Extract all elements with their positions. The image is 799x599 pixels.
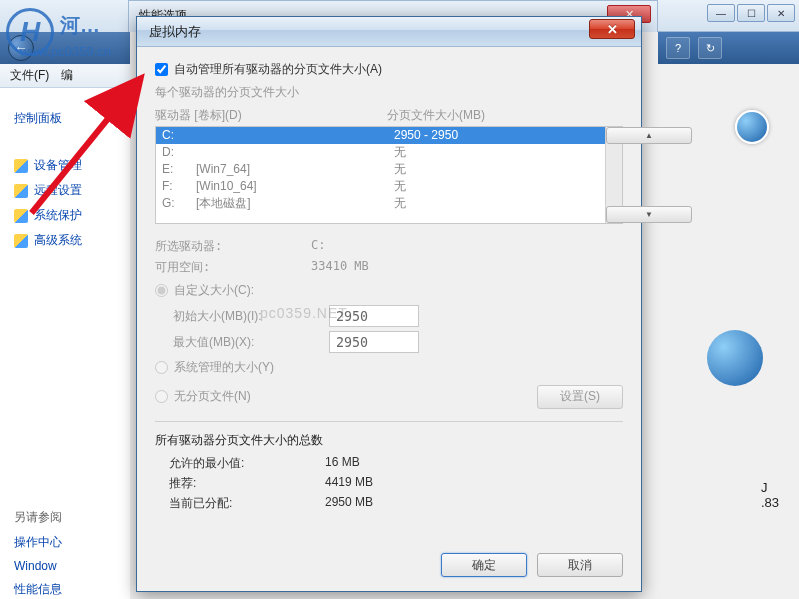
background-toolbar: ? ↻: [658, 32, 799, 64]
control-panel-window: ← 文件(F) 编 控制面板 设备管理 远程设置 系统保护 高级系统 另请参阅 …: [0, 0, 130, 599]
drive-row-c[interactable]: C:2950 - 2950: [156, 127, 622, 144]
drive-list-header: 驱动器 [卷标](D) 分页文件大小(MB): [155, 107, 623, 124]
file-menu[interactable]: 文件(F): [10, 67, 49, 84]
scroll-down-button[interactable]: ▼: [606, 206, 692, 223]
bg-refresh-icon[interactable]: ↻: [698, 37, 722, 59]
current-alloc-value: 2950 MB: [325, 495, 373, 512]
max-size-label: 最大值(MB)(X):: [173, 334, 329, 351]
max-size-input[interactable]: [329, 331, 419, 353]
menu-bar[interactable]: 文件(F) 编: [0, 64, 130, 88]
ok-button[interactable]: 确定: [441, 553, 527, 577]
remote-settings-link[interactable]: 远程设置: [14, 182, 130, 199]
system-protection-link[interactable]: 系统保护: [14, 207, 130, 224]
dialog-titlebar[interactable]: 虚拟内存 ✕: [137, 17, 641, 47]
min-allowed-label: 允许的最小值:: [169, 455, 325, 472]
drive-list[interactable]: C:2950 - 2950 D:无 E:[Win7_64]无 F:[Win10_…: [155, 126, 623, 224]
see-also-label: 另请参阅: [14, 509, 130, 526]
dialog-close-button[interactable]: ✕: [589, 19, 635, 39]
scroll-up-button[interactable]: ▲: [606, 127, 692, 144]
no-paging-radio[interactable]: [155, 390, 168, 403]
system-globe-icon: [707, 330, 763, 386]
bg-text: J .83: [761, 480, 779, 510]
address-bar: ←: [0, 32, 130, 64]
system-managed-radio[interactable]: [155, 361, 168, 374]
bg-help-icon[interactable]: ?: [666, 37, 690, 59]
advanced-system-link[interactable]: 高级系统: [14, 232, 130, 249]
help-globe-icon[interactable]: [735, 110, 769, 144]
dialog-title: 虚拟内存: [137, 17, 641, 47]
auto-manage-checkbox[interactable]: [155, 63, 168, 76]
device-manager-link[interactable]: 设备管理: [14, 157, 130, 174]
action-center-link[interactable]: 操作中心: [14, 534, 130, 551]
background-window-titlebar: — ☐ ✕: [658, 0, 799, 32]
current-alloc-label: 当前已分配:: [169, 495, 325, 512]
bg-maximize-button[interactable]: ☐: [737, 4, 765, 22]
selected-drive-value: C:: [311, 238, 325, 255]
bg-close-button[interactable]: ✕: [767, 4, 795, 22]
custom-size-radio[interactable]: [155, 284, 168, 297]
initial-size-input[interactable]: [329, 305, 419, 327]
drive-list-scrollbar[interactable]: ▲ ▼: [605, 127, 622, 223]
performance-info-link[interactable]: 性能信息: [14, 581, 130, 598]
per-drive-group-label: 每个驱动器的分页文件大小: [155, 84, 623, 101]
drive-row-g[interactable]: G:[本地磁盘]无: [156, 195, 622, 212]
recommended-value: 4419 MB: [325, 475, 373, 492]
virtual-memory-dialog: 虚拟内存 ✕ 自动管理所有驱动器的分页文件大小(A) 每个驱动器的分页文件大小 …: [136, 16, 642, 592]
totals-label: 所有驱动器分页文件大小的总数: [155, 432, 623, 449]
system-managed-label: 系统管理的大小(Y): [174, 359, 274, 376]
selected-drive-label: 所选驱动器:: [155, 238, 311, 255]
cancel-button[interactable]: 取消: [537, 553, 623, 577]
set-button[interactable]: 设置(S): [537, 385, 623, 409]
auto-manage-label: 自动管理所有驱动器的分页文件大小(A): [174, 61, 382, 78]
free-space-label: 可用空间:: [155, 259, 311, 276]
bg-minimize-button[interactable]: —: [707, 4, 735, 22]
windows-update-link[interactable]: Window: [14, 559, 130, 573]
initial-size-label: 初始大小(MB)(I):: [173, 308, 329, 325]
drive-row-e[interactable]: E:[Win7_64]无: [156, 161, 622, 178]
recommended-label: 推荐:: [169, 475, 325, 492]
min-allowed-value: 16 MB: [325, 455, 360, 472]
custom-size-label: 自定义大小(C):: [174, 282, 254, 299]
no-paging-label: 无分页文件(N): [174, 388, 251, 405]
drive-row-d[interactable]: D:无: [156, 144, 622, 161]
edit-menu[interactable]: 编: [61, 67, 73, 84]
nav-back-button[interactable]: ←: [8, 35, 34, 61]
free-space-value: 33410 MB: [311, 259, 369, 276]
control-panel-home-link[interactable]: 控制面板: [14, 110, 130, 127]
drive-row-f[interactable]: F:[Win10_64]无: [156, 178, 622, 195]
